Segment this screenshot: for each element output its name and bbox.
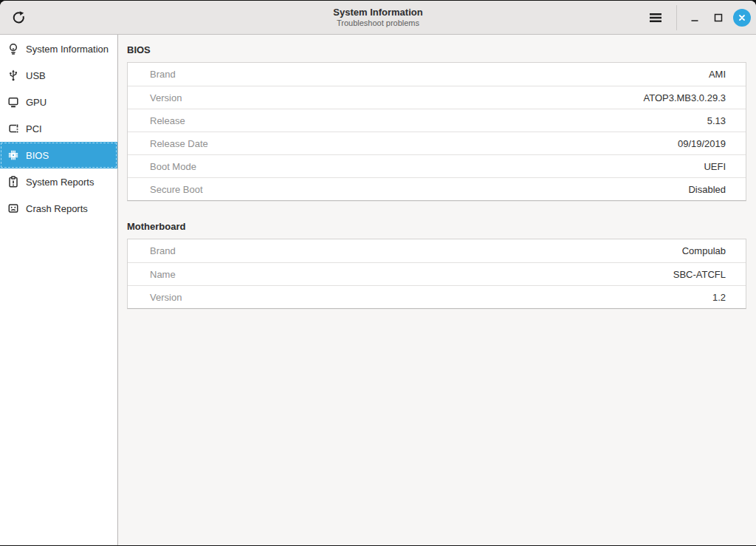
pci-card-icon	[7, 123, 19, 134]
motherboard-table: Brand Compulab Name SBC-ATCFL Version 1.…	[127, 239, 746, 309]
row-value: SBC-ATCFL	[673, 269, 726, 280]
clipboard-alert-icon	[7, 176, 19, 188]
row-label: Boot Mode	[150, 161, 704, 172]
row-value: AMI	[709, 69, 726, 80]
sidebar-item-label: GPU	[26, 97, 47, 108]
row-label: Name	[150, 269, 673, 280]
sidebar-item-system-reports[interactable]: System Reports	[0, 168, 117, 195]
usb-icon	[7, 69, 19, 81]
sidebar-item-system-information[interactable]: System Information	[0, 35, 117, 62]
row-value: 1.2	[712, 292, 726, 303]
bios-table: Brand AMI Version ATOP3.MB3.0.29.3 Relea…	[127, 62, 746, 201]
row-label: Release	[150, 115, 707, 126]
row-label: Brand	[150, 69, 709, 80]
refresh-icon	[11, 10, 26, 25]
sidebar-item-label: Crash Reports	[26, 203, 88, 214]
table-row: Release Date 09/19/2019	[128, 132, 746, 154]
sidebar-item-gpu[interactable]: GPU	[0, 89, 117, 115]
maximize-icon	[714, 13, 723, 22]
crash-face-icon	[7, 202, 19, 214]
table-row: Version ATOP3.MB3.0.29.3	[128, 86, 746, 109]
row-value: Compulab	[682, 245, 726, 256]
titlebar-title-area: System Information Troubleshoot problems	[0, 1, 756, 34]
hamburger-menu-icon	[649, 13, 662, 23]
headerbar-separator	[676, 5, 677, 30]
table-row: Version 1.2	[128, 285, 746, 308]
chip-icon	[7, 149, 19, 161]
sidebar-item-usb[interactable]: USB	[0, 62, 117, 89]
row-value: 5.13	[707, 115, 726, 126]
sidebar-item-label: USB	[26, 70, 46, 81]
table-row: Name SBC-ATCFL	[128, 262, 746, 285]
window-title: System Information	[333, 7, 422, 18]
app-window: System Information Troubleshoot problems	[0, 1, 756, 545]
table-row: Brand AMI	[128, 63, 746, 86]
sidebar-item-label: System Information	[26, 44, 109, 55]
sidebar-item-label: PCI	[26, 123, 42, 134]
close-button[interactable]	[733, 9, 751, 27]
row-value: 09/19/2019	[678, 138, 726, 149]
menu-button[interactable]	[644, 6, 667, 30]
section-heading-bios: BIOS	[127, 44, 746, 55]
sidebar-item-label: System Reports	[26, 177, 94, 188]
row-label: Brand	[150, 245, 682, 256]
table-row: Brand Compulab	[128, 239, 746, 262]
main-content: BIOS Brand AMI Version ATOP3.MB3.0.29.3 …	[118, 35, 756, 545]
sidebar-item-pci[interactable]: PCI	[0, 115, 117, 142]
minimize-icon	[690, 13, 699, 22]
sidebar: System Information USB	[0, 35, 118, 545]
minimize-button[interactable]	[686, 7, 704, 29]
table-row: Secure Boot Disabled	[128, 177, 746, 200]
row-label: Version	[150, 92, 643, 103]
row-value: ATOP3.MB3.0.29.3	[643, 92, 726, 103]
sidebar-item-bios[interactable]: BIOS	[0, 142, 117, 168]
row-label: Release Date	[150, 138, 678, 149]
table-row: Release 5.13	[128, 109, 746, 132]
row-label: Secure Boot	[150, 184, 688, 195]
row-value: Disabled	[688, 184, 726, 195]
lightbulb-icon	[7, 43, 19, 55]
window-subtitle: Troubleshoot problems	[337, 18, 419, 28]
table-row: Boot Mode UEFI	[128, 154, 746, 177]
row-label: Version	[150, 292, 712, 303]
row-value: UEFI	[704, 161, 726, 172]
maximize-button[interactable]	[709, 7, 727, 29]
close-icon	[738, 13, 746, 22]
headerbar: System Information Troubleshoot problems	[0, 1, 756, 35]
refresh-button[interactable]	[7, 6, 30, 30]
section-heading-motherboard: Motherboard	[127, 221, 746, 232]
sidebar-item-label: BIOS	[26, 150, 49, 161]
sidebar-item-crash-reports[interactable]: Crash Reports	[0, 195, 117, 222]
display-icon	[7, 96, 19, 108]
